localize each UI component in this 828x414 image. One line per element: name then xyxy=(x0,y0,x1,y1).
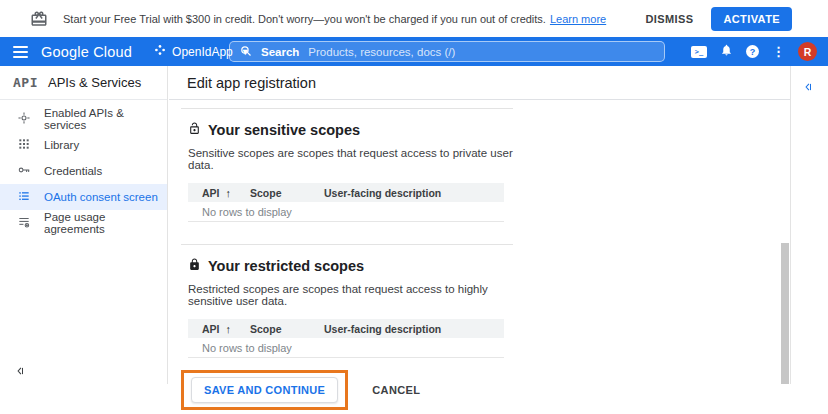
app-bar: Google Cloud OpenIdApp ▼ Search Products… xyxy=(0,37,828,66)
learn-more-link[interactable]: Learn more xyxy=(550,13,606,25)
page-title: Edit app registration xyxy=(169,66,790,100)
sidebar-item-label: Credentials xyxy=(44,165,102,177)
sidebar-item-label: Enabled APIs & services xyxy=(44,107,167,131)
right-panel-strip xyxy=(790,66,828,384)
sidebar-header: API APIs & Services xyxy=(0,66,167,100)
help-icon[interactable]: ? xyxy=(746,45,759,58)
column-api: API xyxy=(202,187,220,199)
section-title: Your sensitive scopes xyxy=(208,122,360,138)
search-label: Search xyxy=(261,46,299,58)
restricted-scopes-table: API↑ Scope User-facing description No ro… xyxy=(188,319,504,358)
table-header-row: API↑ Scope User-facing description xyxy=(188,183,504,202)
body-area: API APIs & Services Enabled APIs & servi… xyxy=(0,66,828,384)
column-scope: Scope xyxy=(250,323,324,335)
project-icon xyxy=(154,44,166,59)
enabled-apis-icon xyxy=(17,111,31,127)
section-divider xyxy=(181,244,513,245)
sort-ascending-icon[interactable]: ↑ xyxy=(226,187,232,199)
section-title: Your restricted scopes xyxy=(208,258,364,274)
key-icon xyxy=(17,163,31,179)
form-actions: SAVE AND CONTINUE CANCEL xyxy=(181,370,519,410)
sidebar-item-enabled-apis[interactable]: Enabled APIs & services xyxy=(0,106,167,132)
free-trial-banner: Start your Free Trial with $300 in credi… xyxy=(0,0,828,37)
empty-table-row: No rows to display xyxy=(188,202,504,222)
trial-message: Start your Free Trial with $300 in credi… xyxy=(63,13,606,25)
sidebar-item-oauth-consent-screen[interactable]: OAuth consent screen xyxy=(0,184,167,210)
section-description: Sensitive scopes are scopes that request… xyxy=(188,147,519,171)
section-divider xyxy=(181,108,513,109)
sidebar-item-label: Library xyxy=(44,139,79,151)
search-icon xyxy=(240,45,252,59)
notifications-bell-icon[interactable] xyxy=(720,43,733,61)
table-header-row: API↑ Scope User-facing description xyxy=(188,319,504,338)
column-scope: Scope xyxy=(250,187,324,199)
column-description: User-facing description xyxy=(324,187,504,199)
gift-icon xyxy=(30,10,48,28)
sort-ascending-icon[interactable]: ↑ xyxy=(226,323,232,335)
sidebar-item-credentials[interactable]: Credentials xyxy=(0,158,167,184)
column-api: API xyxy=(202,323,220,335)
dismiss-button[interactable]: DISMISS xyxy=(645,13,693,25)
empty-table-row: No rows to display xyxy=(188,338,504,358)
library-icon xyxy=(17,137,31,153)
google-cloud-console: Start your Free Trial with $300 in credi… xyxy=(0,0,828,414)
cloud-shell-icon[interactable]: >_ xyxy=(691,46,707,58)
agreements-gear-icon xyxy=(17,215,31,231)
consent-list-icon xyxy=(17,189,31,205)
search-hint: Products, resources, docs (/) xyxy=(308,46,455,58)
sensitive-scopes-table: API↑ Scope User-facing description No ro… xyxy=(188,183,504,222)
sidebar-item-label: OAuth consent screen xyxy=(44,191,158,203)
save-and-continue-button[interactable]: SAVE AND CONTINUE xyxy=(191,377,338,403)
sidebar-item-page-usage-agreements[interactable]: Page usage agreements xyxy=(0,210,167,236)
project-name: OpenIdApp xyxy=(172,45,233,59)
menu-icon[interactable] xyxy=(13,46,28,58)
search-input[interactable]: Search Products, resources, docs (/) xyxy=(229,41,665,62)
lock-icon xyxy=(188,258,201,274)
panel-collapse-icon[interactable] xyxy=(803,82,828,92)
sidebar-title: APIs & Services xyxy=(48,75,141,90)
google-cloud-logo[interactable]: Google Cloud xyxy=(41,44,132,60)
more-vert-icon[interactable]: ⋮ xyxy=(772,45,785,58)
section-restricted-scopes: Your restricted scopes Restricted scopes… xyxy=(188,258,519,358)
sidebar-item-label: Page usage agreements xyxy=(44,211,167,235)
sidebar: API APIs & Services Enabled APIs & servi… xyxy=(0,66,168,384)
api-product-icon: API xyxy=(13,75,38,90)
annotation-highlight-box: SAVE AND CONTINUE xyxy=(181,370,348,410)
sidebar-collapse-icon[interactable] xyxy=(15,366,25,376)
sidebar-item-library[interactable]: Library xyxy=(0,132,167,158)
section-description: Restricted scopes are scopes that reques… xyxy=(188,283,519,307)
activate-button[interactable]: ACTIVATE xyxy=(711,7,792,31)
edit-app-form: Your sensitive scopes Sensitive scopes a… xyxy=(169,100,519,410)
cancel-button[interactable]: CANCEL xyxy=(372,384,420,396)
column-description: User-facing description xyxy=(324,323,504,335)
scrollbar[interactable] xyxy=(781,243,789,384)
main-panel: Edit app registration Your sensitive sco… xyxy=(169,66,790,384)
avatar[interactable]: R xyxy=(798,42,817,61)
section-sensitive-scopes: Your sensitive scopes Sensitive scopes a… xyxy=(188,122,519,222)
lock-open-icon xyxy=(188,122,201,138)
